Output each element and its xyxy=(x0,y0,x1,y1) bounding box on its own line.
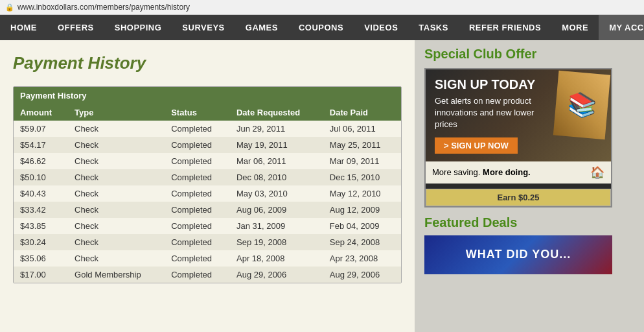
featured-deals-title: Featured Deals xyxy=(424,215,634,230)
cell-type: Check xyxy=(68,137,165,153)
cell-type: Check xyxy=(68,218,165,234)
cell-date_paid: May 25, 2011 xyxy=(323,137,401,153)
page-wrapper: Payment History Payment History Amount T… xyxy=(0,40,644,332)
cell-amount: $30.24 xyxy=(14,234,68,250)
cell-status: Completed xyxy=(165,202,230,218)
cell-type: Gold Membership xyxy=(68,267,165,283)
cell-amount: $50.10 xyxy=(14,169,68,185)
col-type: Type xyxy=(68,104,165,121)
table-row: $33.42CheckCompletedAug 06, 2009Aug 12, … xyxy=(14,202,401,218)
cell-amount: $40.43 xyxy=(14,185,68,202)
table-row: $35.06CheckCompletedApr 18, 2008Apr 23, … xyxy=(14,250,401,267)
book-image xyxy=(553,71,610,140)
table-row: $30.24CheckCompletedSep 19, 2008Sep 24, … xyxy=(14,234,401,250)
cell-status: Completed xyxy=(165,250,230,267)
main-nav: HOME OFFERS SHOPPING SURVEYS GAMES COUPO… xyxy=(0,15,644,40)
sign-up-button[interactable]: > SIGN UP NOW xyxy=(435,137,518,154)
cell-status: Completed xyxy=(165,267,230,283)
cell-amount: $46.62 xyxy=(14,153,68,169)
table-row: $40.43CheckCompletedMay 03, 2010May 12, … xyxy=(14,185,401,202)
col-amount: Amount xyxy=(14,104,68,121)
nav-videos[interactable]: VIDEOS xyxy=(354,15,408,40)
cell-date_requested: Jun 29, 2011 xyxy=(230,121,323,137)
nav-games[interactable]: GAMES xyxy=(235,15,288,40)
cell-type: Check xyxy=(68,121,165,137)
cell-type: Check xyxy=(68,250,165,267)
cell-date_paid: May 12, 2010 xyxy=(323,185,401,202)
ad-box: SIGN UP TODAY Get alerts on new product … xyxy=(424,68,612,208)
cell-date_requested: Jan 31, 2009 xyxy=(230,218,323,234)
cell-status: Completed xyxy=(165,121,230,137)
table-row: $17.00Gold MembershipCompletedAug 29, 20… xyxy=(14,267,401,283)
cell-type: Check xyxy=(68,169,165,185)
earn-button[interactable]: Earn $0.25 xyxy=(426,189,611,206)
cell-date_paid: Aug 12, 2009 xyxy=(323,202,401,218)
cell-date_paid: Aug 29, 2006 xyxy=(323,267,401,283)
nav-surveys[interactable]: SURVEYS xyxy=(172,15,235,40)
cell-date_requested: Aug 29, 2006 xyxy=(230,267,323,283)
cell-date_requested: Aug 06, 2009 xyxy=(230,202,323,218)
table-section-title: Payment History xyxy=(14,87,401,104)
nav-refer-friends[interactable]: REFER FRIENDS xyxy=(459,15,551,40)
table-header-row: Amount Type Status Date Requested Date P… xyxy=(14,104,401,121)
featured-deals-image: WHAT DID YOU... xyxy=(424,235,612,274)
page-title: Payment History xyxy=(13,53,402,73)
saving-text: More saving. More doing. xyxy=(432,167,531,177)
cell-status: Completed xyxy=(165,169,230,185)
cell-date_requested: Sep 19, 2008 xyxy=(230,234,323,250)
featured-deals: Featured Deals WHAT DID YOU... xyxy=(424,215,634,274)
ad-inner: SIGN UP TODAY Get alerts on new product … xyxy=(426,69,611,161)
table-row: $46.62CheckCompletedMar 06, 2011Mar 09, … xyxy=(14,153,401,169)
ad-bottom: More saving. More doing. 🏠 xyxy=(426,161,611,184)
cell-status: Completed xyxy=(165,153,230,169)
cell-date_requested: Dec 08, 2010 xyxy=(230,169,323,185)
ad-subtext: Get alerts on new product innovations an… xyxy=(435,95,538,131)
table-row: $54.17CheckCompletedMay 19, 2011May 25, … xyxy=(14,137,401,153)
cell-date_requested: Apr 18, 2008 xyxy=(230,250,323,267)
table-row: $50.10CheckCompletedDec 08, 2010Dec 15, … xyxy=(14,169,401,185)
cell-date_requested: May 03, 2010 xyxy=(230,185,323,202)
cell-amount: $59.07 xyxy=(14,121,68,137)
cell-amount: $43.85 xyxy=(14,218,68,234)
nav-coupons[interactable]: COUPONS xyxy=(288,15,354,40)
table-row: $43.85CheckCompletedJan 31, 2009Feb 04, … xyxy=(14,218,401,234)
payment-history-table: Amount Type Status Date Requested Date P… xyxy=(14,104,401,283)
cell-date_requested: May 19, 2011 xyxy=(230,137,323,153)
cell-amount: $35.06 xyxy=(14,250,68,267)
cell-status: Completed xyxy=(165,234,230,250)
cell-status: Completed xyxy=(165,137,230,153)
cell-status: Completed xyxy=(165,218,230,234)
lock-icon: 🔒 xyxy=(5,3,14,12)
col-status: Status xyxy=(165,104,230,121)
cell-amount: $54.17 xyxy=(14,137,68,153)
nav-home[interactable]: HOME xyxy=(0,15,47,40)
nav-my-account[interactable]: MY ACCOUNT xyxy=(599,15,644,40)
cell-date_requested: Mar 06, 2011 xyxy=(230,153,323,169)
nav-more[interactable]: MORE xyxy=(551,15,599,40)
col-date-requested: Date Requested xyxy=(230,104,323,121)
nav-shopping[interactable]: SHOPPING xyxy=(104,15,172,40)
main-content: Payment History Payment History Amount T… xyxy=(0,40,415,332)
nav-tasks[interactable]: TASKS xyxy=(408,15,459,40)
cell-type: Check xyxy=(68,153,165,169)
cell-date_paid: Sep 24, 2008 xyxy=(323,234,401,250)
browser-url: www.inboxdollars.com/members/payments/hi… xyxy=(17,3,190,12)
payment-table-wrapper: Payment History Amount Type Status Date … xyxy=(13,86,402,283)
cell-date_paid: Feb 04, 2009 xyxy=(323,218,401,234)
browser-bar: 🔒 www.inboxdollars.com/members/payments/… xyxy=(0,0,644,15)
saving-normal: More saving. xyxy=(432,167,480,177)
saving-bold: More doing. xyxy=(483,167,531,177)
cell-date_paid: Apr 23, 2008 xyxy=(323,250,401,267)
cell-type: Check xyxy=(68,202,165,218)
cell-type: Check xyxy=(68,185,165,202)
cell-amount: $33.42 xyxy=(14,202,68,218)
sidebar: Special Club Offer SIGN UP TODAY Get ale… xyxy=(415,40,644,332)
cell-date_paid: Mar 09, 2011 xyxy=(323,153,401,169)
cell-type: Check xyxy=(68,234,165,250)
col-date-paid: Date Paid xyxy=(323,104,401,121)
cell-date_paid: Jul 06, 2011 xyxy=(323,121,401,137)
featured-img-text: WHAT DID YOU... xyxy=(466,248,571,261)
home-depot-logo: 🏠 xyxy=(590,165,604,180)
cell-date_paid: Dec 15, 2010 xyxy=(323,169,401,185)
nav-offers[interactable]: OFFERS xyxy=(47,15,104,40)
